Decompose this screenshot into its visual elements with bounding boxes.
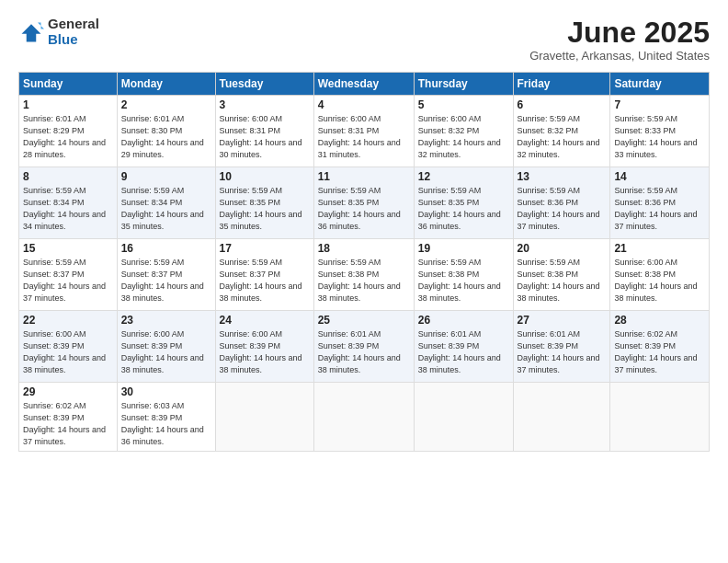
- day-info: Sunrise: 5:59 AM Sunset: 8:38 PM Dayligh…: [518, 257, 607, 304]
- col-sunday: Sunday: [19, 73, 118, 96]
- table-row: 23 Sunrise: 6:00 AM Sunset: 8:39 PM Dayl…: [117, 311, 215, 383]
- day-number: 27: [518, 314, 607, 327]
- day-number: 8: [23, 170, 113, 183]
- day-info: Sunrise: 6:01 AM Sunset: 8:39 PM Dayligh…: [318, 328, 410, 376]
- day-number: 10: [220, 170, 310, 183]
- day-info: Sunrise: 6:00 AM Sunset: 8:39 PM Dayligh…: [121, 328, 211, 376]
- table-row: [414, 383, 513, 452]
- logo-text: General Blue: [48, 17, 99, 47]
- day-number: 24: [220, 314, 310, 327]
- day-info: Sunrise: 6:01 AM Sunset: 8:39 PM Dayligh…: [418, 328, 509, 376]
- day-number: 20: [518, 242, 607, 255]
- day-number: 18: [318, 242, 410, 255]
- day-number: 26: [418, 314, 509, 327]
- table-row: 9 Sunrise: 5:59 AM Sunset: 8:34 PM Dayli…: [117, 167, 215, 239]
- day-number: 16: [121, 242, 211, 255]
- day-number: 5: [418, 98, 509, 111]
- table-row: [215, 383, 313, 452]
- table-row: [610, 383, 710, 452]
- table-row: 21 Sunrise: 6:00 AM Sunset: 8:38 PM Dayl…: [610, 239, 710, 311]
- day-info: Sunrise: 5:59 AM Sunset: 8:38 PM Dayligh…: [418, 257, 509, 304]
- day-info: Sunrise: 5:59 AM Sunset: 8:38 PM Dayligh…: [318, 257, 410, 304]
- table-row: [313, 383, 414, 452]
- day-number: 4: [318, 98, 410, 111]
- table-row: 15 Sunrise: 5:59 AM Sunset: 8:37 PM Dayl…: [19, 239, 118, 311]
- day-number: 15: [23, 242, 113, 255]
- table-row: 26 Sunrise: 6:01 AM Sunset: 8:39 PM Dayl…: [414, 311, 513, 383]
- table-row: 20 Sunrise: 5:59 AM Sunset: 8:38 PM Dayl…: [513, 239, 610, 311]
- table-row: 30 Sunrise: 6:03 AM Sunset: 8:39 PM Dayl…: [117, 383, 215, 452]
- calendar-header-row: Sunday Monday Tuesday Wednesday Thursday…: [19, 73, 710, 96]
- day-number: 30: [121, 385, 211, 398]
- day-number: 17: [220, 242, 310, 255]
- day-info: Sunrise: 5:59 AM Sunset: 8:37 PM Dayligh…: [23, 257, 113, 304]
- day-info: Sunrise: 5:59 AM Sunset: 8:34 PM Dayligh…: [121, 185, 211, 233]
- day-info: Sunrise: 5:59 AM Sunset: 8:37 PM Dayligh…: [121, 257, 211, 304]
- svg-marker-1: [22, 24, 41, 41]
- day-number: 11: [318, 170, 410, 183]
- day-info: Sunrise: 6:02 AM Sunset: 8:39 PM Dayligh…: [23, 400, 113, 448]
- logo-icon: [18, 19, 44, 45]
- day-info: Sunrise: 6:02 AM Sunset: 8:39 PM Dayligh…: [614, 328, 705, 376]
- table-row: [513, 383, 610, 452]
- day-number: 6: [518, 98, 607, 111]
- table-row: 27 Sunrise: 6:01 AM Sunset: 8:39 PM Dayl…: [513, 311, 610, 383]
- table-row: 6 Sunrise: 5:59 AM Sunset: 8:32 PM Dayli…: [513, 96, 610, 167]
- day-number: 12: [418, 170, 509, 183]
- day-info: Sunrise: 6:01 AM Sunset: 8:30 PM Dayligh…: [121, 113, 211, 161]
- table-row: 11 Sunrise: 5:59 AM Sunset: 8:35 PM Dayl…: [313, 167, 414, 239]
- day-info: Sunrise: 5:59 AM Sunset: 8:35 PM Dayligh…: [220, 185, 310, 233]
- day-number: 1: [23, 98, 113, 111]
- day-number: 28: [614, 314, 705, 327]
- day-info: Sunrise: 6:00 AM Sunset: 8:38 PM Dayligh…: [614, 257, 705, 304]
- table-row: 24 Sunrise: 6:00 AM Sunset: 8:39 PM Dayl…: [215, 311, 313, 383]
- table-row: 17 Sunrise: 5:59 AM Sunset: 8:37 PM Dayl…: [215, 239, 313, 311]
- svg-marker-2: [38, 22, 44, 29]
- table-row: 29 Sunrise: 6:02 AM Sunset: 8:39 PM Dayl…: [19, 383, 118, 452]
- table-row: 1 Sunrise: 6:01 AM Sunset: 8:29 PM Dayli…: [19, 96, 118, 167]
- day-info: Sunrise: 6:00 AM Sunset: 8:32 PM Dayligh…: [418, 113, 509, 161]
- location-subtitle: Gravette, Arkansas, United States: [529, 49, 710, 63]
- day-info: Sunrise: 5:59 AM Sunset: 8:36 PM Dayligh…: [518, 185, 607, 233]
- day-number: 29: [23, 385, 113, 398]
- table-row: 3 Sunrise: 6:00 AM Sunset: 8:31 PM Dayli…: [215, 96, 313, 167]
- day-number: 9: [121, 170, 211, 183]
- logo: General Blue: [18, 17, 99, 47]
- col-thursday: Thursday: [414, 73, 513, 96]
- table-row: 4 Sunrise: 6:00 AM Sunset: 8:31 PM Dayli…: [313, 96, 414, 167]
- day-info: Sunrise: 6:00 AM Sunset: 8:31 PM Dayligh…: [220, 113, 310, 161]
- col-tuesday: Tuesday: [215, 73, 313, 96]
- day-number: 14: [614, 170, 705, 183]
- day-info: Sunrise: 6:03 AM Sunset: 8:39 PM Dayligh…: [121, 400, 211, 448]
- day-info: Sunrise: 5:59 AM Sunset: 8:33 PM Dayligh…: [614, 113, 705, 161]
- table-row: 8 Sunrise: 5:59 AM Sunset: 8:34 PM Dayli…: [19, 167, 118, 239]
- day-number: 21: [614, 242, 705, 255]
- table-row: 22 Sunrise: 6:00 AM Sunset: 8:39 PM Dayl…: [19, 311, 118, 383]
- day-info: Sunrise: 5:59 AM Sunset: 8:32 PM Dayligh…: [518, 113, 607, 161]
- day-info: Sunrise: 6:00 AM Sunset: 8:39 PM Dayligh…: [220, 328, 310, 376]
- day-info: Sunrise: 6:00 AM Sunset: 8:39 PM Dayligh…: [23, 328, 113, 376]
- day-number: 3: [220, 98, 310, 111]
- logo-blue: Blue: [48, 32, 99, 48]
- table-row: 12 Sunrise: 5:59 AM Sunset: 8:35 PM Dayl…: [414, 167, 513, 239]
- day-info: Sunrise: 5:59 AM Sunset: 8:37 PM Dayligh…: [220, 257, 310, 304]
- logo-general: General: [48, 17, 99, 32]
- table-row: 5 Sunrise: 6:00 AM Sunset: 8:32 PM Dayli…: [414, 96, 513, 167]
- table-row: 25 Sunrise: 6:01 AM Sunset: 8:39 PM Dayl…: [313, 311, 414, 383]
- day-number: 7: [614, 98, 705, 111]
- table-row: 19 Sunrise: 5:59 AM Sunset: 8:38 PM Dayl…: [414, 239, 513, 311]
- month-title: June 2025: [529, 17, 710, 49]
- day-number: 2: [121, 98, 211, 111]
- day-info: Sunrise: 5:59 AM Sunset: 8:36 PM Dayligh…: [614, 185, 705, 233]
- col-friday: Friday: [513, 73, 610, 96]
- day-number: 13: [518, 170, 607, 183]
- table-row: 13 Sunrise: 5:59 AM Sunset: 8:36 PM Dayl…: [513, 167, 610, 239]
- day-info: Sunrise: 6:00 AM Sunset: 8:31 PM Dayligh…: [318, 113, 410, 161]
- title-block: June 2025 Gravette, Arkansas, United Sta…: [529, 17, 710, 63]
- col-monday: Monday: [117, 73, 215, 96]
- day-info: Sunrise: 6:01 AM Sunset: 8:29 PM Dayligh…: [23, 113, 113, 161]
- table-row: 16 Sunrise: 5:59 AM Sunset: 8:37 PM Dayl…: [117, 239, 215, 311]
- day-number: 22: [23, 314, 113, 327]
- table-row: 2 Sunrise: 6:01 AM Sunset: 8:30 PM Dayli…: [117, 96, 215, 167]
- day-info: Sunrise: 5:59 AM Sunset: 8:35 PM Dayligh…: [418, 185, 509, 233]
